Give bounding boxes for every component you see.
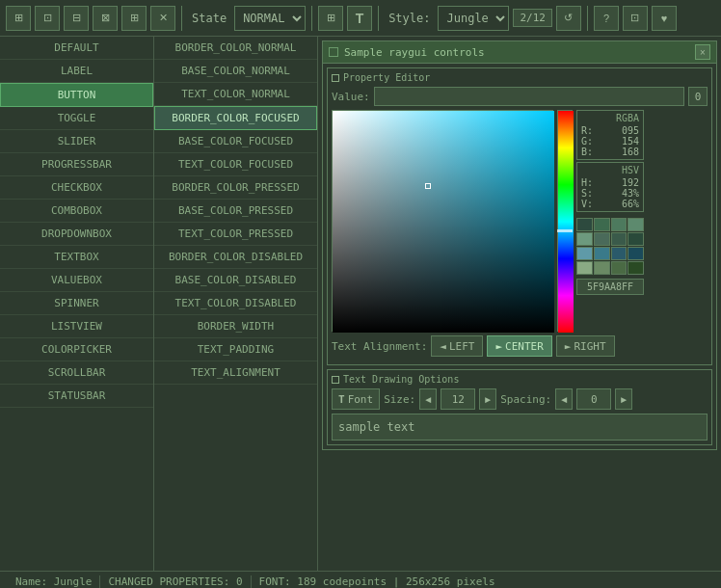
- left-item-label[interactable]: LABEL: [0, 60, 153, 83]
- color-swatch[interactable]: [576, 261, 593, 275]
- left-item-button[interactable]: BUTTON: [0, 83, 153, 107]
- left-item-listview[interactable]: LISTVIEW: [0, 315, 153, 338]
- help-btn[interactable]: ?: [594, 6, 619, 31]
- color-swatch[interactable]: [628, 247, 644, 260]
- color-swatch[interactable]: [594, 218, 610, 231]
- mid-item-base-color-focused[interactable]: BASE_COLOR_FOCUSED: [154, 130, 317, 153]
- style-select[interactable]: Jungle: [438, 6, 509, 31]
- left-item-spinner[interactable]: SPINNER: [0, 292, 153, 315]
- value-btn[interactable]: 0: [688, 87, 708, 106]
- color-swatch[interactable]: [628, 218, 644, 231]
- b-value: 168: [622, 147, 639, 157]
- font-btn[interactable]: T Font: [332, 388, 380, 410]
- size-down-btn[interactable]: ◄: [419, 388, 437, 410]
- left-item-statusbar[interactable]: STATUSBAR: [0, 385, 153, 408]
- mid-item-border-color-focused[interactable]: BORDER_COLOR_FOCUSED: [154, 106, 317, 130]
- mid-item-text-padding[interactable]: TEXT_PADDING: [154, 338, 317, 361]
- window-icon: [329, 47, 338, 57]
- color-swatch[interactable]: [576, 218, 593, 231]
- left-item-toggle[interactable]: TOGGLE: [0, 107, 153, 130]
- mid-item-border-color-disabled[interactable]: BORDER_COLOR_DISABLED: [154, 246, 317, 269]
- gradient-canvas[interactable]: [333, 111, 554, 333]
- mid-item-text-color-focused[interactable]: TEXT_COLOR_FOCUSED: [154, 153, 317, 176]
- toolbar-btn-2[interactable]: ⊡: [35, 6, 60, 31]
- toolbar-btn-1[interactable]: ⊞: [6, 6, 31, 31]
- refresh-btn[interactable]: ↺: [556, 6, 581, 31]
- spacing-up-btn[interactable]: ►: [615, 388, 632, 410]
- mid-item-border-color-normal[interactable]: BORDER_COLOR_NORMAL: [154, 37, 317, 60]
- left-item-valuebox[interactable]: VALUEBOX: [0, 269, 153, 292]
- left-item-combobox[interactable]: COMBOBOX: [0, 200, 153, 223]
- left-item-slider[interactable]: SLIDER: [0, 130, 153, 153]
- text-alignment-row: Text Alignment: ◄ LEFT ► CENTER ► RIGHT: [332, 335, 708, 357]
- color-swatch[interactable]: [611, 261, 628, 275]
- align-center-btn[interactable]: ► CENTER: [487, 335, 551, 357]
- state-select[interactable]: NORMAL: [234, 6, 306, 31]
- color-swatch[interactable]: [594, 261, 610, 275]
- toolbar-btn-6[interactable]: ✕: [150, 6, 175, 31]
- color-swatch[interactable]: [611, 218, 628, 231]
- toolbar-btn-5[interactable]: ⊞: [121, 6, 147, 31]
- grid-btn[interactable]: ⊞: [318, 6, 343, 31]
- value-row: Value: 0: [332, 87, 708, 106]
- hue-bar[interactable]: [557, 110, 573, 332]
- color-gradient[interactable]: [332, 110, 553, 332]
- align-right-btn[interactable]: ► RIGHT: [556, 335, 615, 357]
- mid-item-text-color-normal[interactable]: TEXT_COLOR_NORMAL: [154, 83, 317, 106]
- window-btn[interactable]: ⊡: [623, 6, 648, 31]
- mid-item-text-alignment[interactable]: TEXT_ALIGNMENT: [154, 361, 317, 385]
- font-row: T Font Size: ◄ ► Spacing: ◄ ►: [332, 388, 708, 410]
- left-item-dropdownbox[interactable]: DROPDOWNBOX: [0, 223, 153, 246]
- v-row: V: 66%: [581, 199, 639, 209]
- size-up-btn[interactable]: ►: [479, 388, 496, 410]
- sample-titlebar: Sample raygui controls ×: [323, 41, 716, 64]
- mid-item-text-color-pressed[interactable]: TEXT_COLOR_PRESSED: [154, 223, 317, 246]
- mid-item-text-color-disabled[interactable]: TEXT_COLOR_DISABLED: [154, 292, 317, 315]
- sample-close-btn[interactable]: ×: [695, 44, 710, 60]
- mid-item-base-color-normal[interactable]: BASE_COLOR_NORMAL: [154, 60, 317, 83]
- align-left-btn[interactable]: ◄ LEFT: [431, 335, 483, 357]
- color-swatch[interactable]: [611, 247, 628, 260]
- r-value: 095: [622, 125, 639, 136]
- color-swatch[interactable]: [628, 232, 644, 246]
- left-item-colorpicker[interactable]: COLORPICKER: [0, 338, 153, 361]
- color-swatch[interactable]: [594, 247, 610, 260]
- property-editor-section: Property Editor Value: 0: [327, 67, 712, 365]
- color-swatch[interactable]: [611, 232, 628, 246]
- mid-item-base-color-pressed[interactable]: BASE_COLOR_PRESSED: [154, 200, 317, 223]
- size-input[interactable]: [441, 388, 475, 410]
- left-item-default[interactable]: DEFAULT: [0, 37, 153, 60]
- color-swatch[interactable]: [594, 232, 610, 246]
- color-swatch[interactable]: [576, 232, 593, 246]
- left-item-scrollbar[interactable]: SCROLLBAR: [0, 361, 153, 385]
- sample-window-title: Sample raygui controls: [344, 46, 485, 59]
- color-swatch[interactable]: [628, 261, 644, 275]
- sample-text-input[interactable]: [332, 414, 708, 441]
- text-btn[interactable]: T: [347, 6, 372, 31]
- spacing-input[interactable]: [576, 388, 611, 410]
- sample-window: Sample raygui controls × Property Editor…: [322, 40, 717, 450]
- state-label: State: [192, 12, 227, 25]
- mid-item-border-color-pressed[interactable]: BORDER_COLOR_PRESSED: [154, 176, 317, 200]
- hue-canvas[interactable]: [558, 111, 574, 333]
- align-left-icon: ◄: [440, 340, 446, 353]
- color-swatch[interactable]: [576, 247, 593, 260]
- color-swatches: [576, 218, 644, 275]
- mid-item-border-width[interactable]: BORDER_WIDTH: [154, 315, 317, 338]
- value-input[interactable]: [374, 87, 684, 106]
- text-drawing-title: Text Drawing Options: [332, 374, 708, 385]
- h-label: H:: [581, 177, 593, 188]
- right-panel: Sample raygui controls × Property Editor…: [318, 37, 721, 571]
- rgba-title: RGBA: [581, 113, 639, 123]
- spacing-down-btn[interactable]: ◄: [555, 388, 573, 410]
- b-label: B:: [581, 147, 593, 157]
- left-item-checkbox[interactable]: CHECKBOX: [0, 176, 153, 200]
- heart-btn[interactable]: ♥: [652, 6, 677, 31]
- toolbar-btn-4[interactable]: ⊠: [93, 6, 118, 31]
- left-item-progressbar[interactable]: PROGRESSBAR: [0, 153, 153, 176]
- left-item-textbox[interactable]: TEXTBOX: [0, 246, 153, 269]
- mid-item-base-color-disabled[interactable]: BASE_COLOR_DISABLED: [154, 269, 317, 292]
- separator-1: [181, 6, 182, 31]
- toolbar-btn-3[interactable]: ⊟: [64, 6, 89, 31]
- mid-panel: BORDER_COLOR_NORMALBASE_COLOR_NORMALTEXT…: [154, 37, 318, 571]
